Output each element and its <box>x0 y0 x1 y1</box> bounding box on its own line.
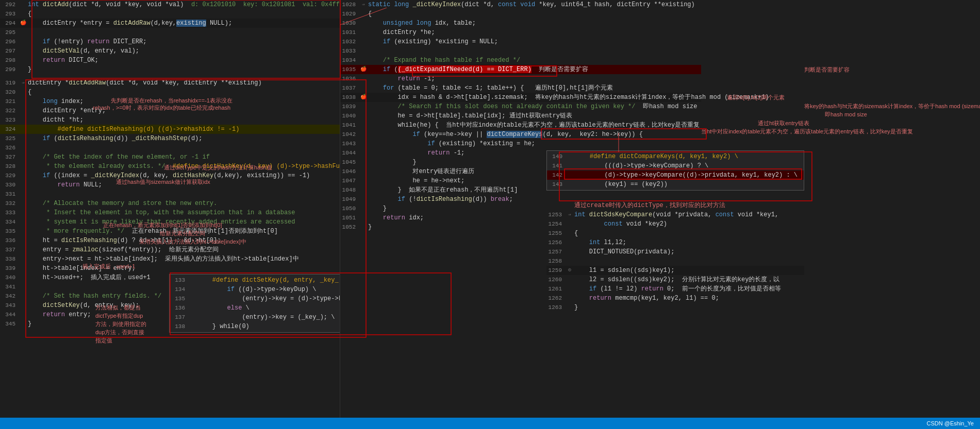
line-297: 297 dictSetVal(d, entry, val); <box>0 46 340 56</box>
popup-line-133: 133 #define dictSetKey(d, entry, _key_) … <box>170 276 340 285</box>
dict-add-block: 292 int dictAdd(dict *d, void *key, void… <box>0 0 340 74</box>
author-label: CSDN @Eshin_Ye <box>927 420 974 426</box>
annotation-dup-4: dup方法，否则直接 <box>95 329 144 336</box>
r-line-1037: 1037 for (table = 0; table <= 1; table++… <box>340 83 701 93</box>
r-line-1038: 1038 🍎 idx = hash & d->ht[table].sizemas… <box>340 93 701 102</box>
r2-line-1257: 1257 DICT_NOTUSED(privdata); <box>546 247 804 256</box>
line-292: 292 int dictAdd(dict *d, void *key, void… <box>0 0 340 9</box>
line-327: 327 /* Get the index of the new element,… <box>0 152 340 162</box>
line-328: 328 * the element already exists. */ #de… <box>0 162 340 171</box>
main-container: 292 int dictAdd(dict *d, void *key, void… <box>0 0 980 429</box>
line-323: 323 dictht *ht; <box>0 115 340 125</box>
r-line-1028: 1028 ⇒ static long _dictKeyIndex(dict *d… <box>340 0 701 9</box>
r-line-1043: 1043 if (existing) *existing = he; <box>340 139 701 148</box>
r2-annotation-create: 通过create时传入的dictType，找到对应的比对方法 <box>546 201 804 210</box>
r-line-1035: 1035 🍎 if ((_dictExpandIfNeeded(d) == DI… <box>340 65 701 74</box>
line-319: 319 ⇒ dictEntry *dictAddRaw(dict *d, voi… <box>0 78 340 88</box>
line-339: 339 ht->table[index] = entry; <box>0 264 340 273</box>
line-295: 295 <box>0 28 340 37</box>
popup2-line-143: 143 (key1) == (key2)) <box>547 180 804 189</box>
popup-line-138: 138 } while(0) <box>170 322 340 331</box>
popup2-line-141: 141 (((d)->type->keyCompare) ? \ <box>547 161 804 170</box>
r2-line-1254: 1254 const void *key2) <box>546 219 804 229</box>
annotation-entry-chain: 通过ht获取entry链表 <box>758 119 809 127</box>
line-335: 335 * more frequently. */ 正在rehash，新元素添加… <box>0 227 340 236</box>
r2-line-1261: 1261 if (l1 != l2) return 0; 前一个的长度为准，比对… <box>546 284 804 294</box>
dict-sds-compare-block: 通过create时传入的dictType，找到对应的比对方法 1253 ⇒ in… <box>546 201 804 312</box>
r2-line-1255: 1255 { <box>546 229 804 238</box>
r2-line-1253: 1253 ⇒ int dictSdsKeyCompare(void *privd… <box>546 210 804 219</box>
r-line-1036: 1036 return -1; <box>340 74 701 83</box>
annotation-expand: 判断是否需要扩容 <box>804 66 850 74</box>
dict-key-index-block: 1028 ⇒ static long _dictKeyIndex(dict *d… <box>340 0 701 232</box>
r-line-1034: 1034 /* Expand the hash table if needed … <box>340 56 701 65</box>
r2-line-1260: 1260 l2 = sdslen((sds)key2); 分别计算比对元素的ke… <box>546 275 804 284</box>
annotation-while: 当ht中对应index的table元素不为空，遍历该table元素的entry链… <box>701 128 913 135</box>
dict-set-key-popup: 133 #define dictSetKey(d, entry, _key_) … <box>169 274 340 333</box>
annotation-sizemask: 将key的hash与ht元素的sizemask计算index，等价于hash m… <box>804 102 980 110</box>
r-line-1040: 1040 he = d->ht[table].table[idx]; 通过ht获… <box>340 111 701 121</box>
r-line-1031: 1031 dictEntry *he; <box>340 28 701 37</box>
line-333: 333 * Insert the element in top, with th… <box>0 208 340 217</box>
popup-line-136: 136 else \ <box>170 303 340 313</box>
line-337: 337 entry = zmalloc(sizeof(*entry)); 给新元… <box>0 245 340 254</box>
r-line-1029: 1029 { <box>340 9 701 19</box>
line-325: 325 if (dictIsRehashing(d)) _dictRehashS… <box>0 134 340 143</box>
r-line-1039: 1039 /* Search if this slot does not alr… <box>340 102 701 111</box>
line-329: 329 if ((index = _dictKeyIndex(d, key, d… <box>0 171 340 180</box>
line-336: 336 ht = dictIsRehashing(d) ? &d->ht[1] … <box>0 236 340 245</box>
dict-compare-keys-popup: 140 #define dictCompareKeys(d, key1, key… <box>546 150 804 191</box>
r2-line-1263: 1263 } <box>546 303 804 312</box>
line-293: 293 { <box>0 9 340 19</box>
line-298: 298 return DICT_OK; <box>0 56 340 65</box>
r-line-1030: 1030 unsigned long idx, table; <box>340 19 701 28</box>
line-321: 321 long index; <box>0 97 340 106</box>
popup2-line-142: 142 (d)->type->keyCompare((d)->privdata,… <box>547 170 804 180</box>
popup-line-134: 134 if ((d)->type->keyDup) \ <box>170 285 340 294</box>
r-line-1041: 1041 while(he) { 当ht中对应index的table元素不为空，… <box>340 121 701 130</box>
annotation-dup-5: 指定值 <box>95 337 112 345</box>
annotation-hashmod: 即hash mod size <box>825 111 867 118</box>
r2-line-1262: 1262 return memcmp(key1, key2, l1) == 0; <box>546 294 804 303</box>
r-line-1042: 1042 if (key==he->key || dictCompareKeys… <box>340 130 701 139</box>
line-331: 331 <box>0 190 340 199</box>
popup2-line-140: 140 #define dictCompareKeys(d, key1, key… <box>547 152 804 161</box>
r2-line-1256: 1256 int l1,l2; <box>546 238 804 247</box>
popup-line-135: 135 (entry)->key = (d)->type->keyDup((d)… <box>170 294 340 303</box>
bottom-bar: CSDN @Eshin_Ye <box>0 418 980 429</box>
r2-line-1258: 1258 <box>546 256 804 266</box>
right-panel: 1028 ⇒ static long _dictKeyIndex(dict *d… <box>340 0 980 429</box>
line-296: 296 if (!entry) return DICT_ERR; <box>0 37 340 46</box>
line-334: 334 * system it is more likely that rece… <box>0 217 340 227</box>
r-line-1032: 1032 if (existing) *existing = NULL; <box>340 37 701 46</box>
line-299: 299 } <box>0 65 340 74</box>
popup-line-137: 137 (entry)->key = (_key_); \ <box>170 313 340 322</box>
r-line-1033: 1033 <box>340 46 701 56</box>
line-330: 330 return NULL; <box>0 180 340 190</box>
line-326: 326 <box>0 143 340 152</box>
r2-line-1259: 1259 ⊙ l1 = sdslen((sds)key1); <box>546 266 804 275</box>
line-324: 324 #define dictIsRehashing(d) ((d)->reh… <box>0 125 340 134</box>
line-338: 338 entry->next = ht->table[index]; 采用头插… <box>0 254 340 264</box>
line-332: 332 /* Allocate the memory and store the… <box>0 199 340 208</box>
line-322: 322 dictEntry *entry; <box>0 106 340 115</box>
left-panel: 292 int dictAdd(dict *d, void *key, void… <box>0 0 340 429</box>
line-320: 320 { <box>0 88 340 97</box>
line-294: 294 🍎 dictEntry *entry = dictAddRaw(d,ke… <box>0 19 340 28</box>
